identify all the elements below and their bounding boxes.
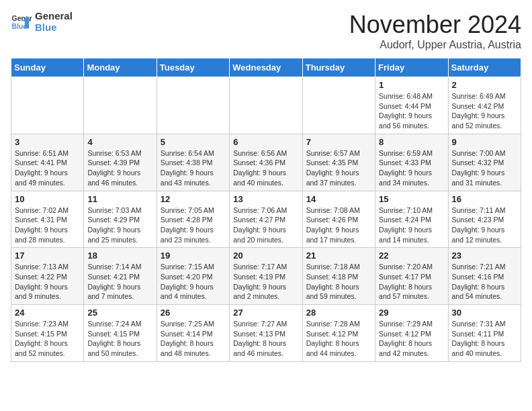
calendar-cell: 1Sunrise: 6:48 AM Sunset: 4:44 PM Daylig… <box>375 77 448 134</box>
day-number: 16 <box>452 194 517 204</box>
calendar-cell: 10Sunrise: 7:02 AM Sunset: 4:31 PM Dayli… <box>11 191 84 248</box>
calendar-cell: 7Sunrise: 6:57 AM Sunset: 4:35 PM Daylig… <box>302 134 375 191</box>
day-info: Sunrise: 7:03 AM Sunset: 4:29 PM Dayligh… <box>87 205 152 245</box>
header-sunday: Sunday <box>11 58 84 77</box>
day-info: Sunrise: 7:18 AM Sunset: 4:18 PM Dayligh… <box>306 262 371 302</box>
day-number: 29 <box>379 308 444 318</box>
day-info: Sunrise: 7:25 AM Sunset: 4:14 PM Dayligh… <box>161 319 226 359</box>
day-info: Sunrise: 6:57 AM Sunset: 4:35 PM Dayligh… <box>306 148 371 188</box>
day-info: Sunrise: 7:24 AM Sunset: 4:15 PM Dayligh… <box>87 319 152 359</box>
calendar-cell: 26Sunrise: 7:25 AM Sunset: 4:14 PM Dayli… <box>157 305 229 362</box>
calendar-cell: 24Sunrise: 7:23 AM Sunset: 4:15 PM Dayli… <box>11 305 84 362</box>
calendar-cell: 18Sunrise: 7:14 AM Sunset: 4:21 PM Dayli… <box>84 248 157 305</box>
calendar-cell <box>84 77 157 134</box>
calendar-header-row: SundayMondayTuesdayWednesdayThursdayFrid… <box>11 58 521 77</box>
title-area: November 2024 Audorf, Upper Austria, Aus… <box>349 11 521 51</box>
day-info: Sunrise: 7:14 AM Sunset: 4:21 PM Dayligh… <box>87 262 152 302</box>
header-monday: Monday <box>84 58 157 77</box>
day-info: Sunrise: 6:48 AM Sunset: 4:44 PM Dayligh… <box>379 91 444 131</box>
calendar-cell: 30Sunrise: 7:31 AM Sunset: 4:11 PM Dayli… <box>448 305 521 362</box>
calendar-cell: 22Sunrise: 7:20 AM Sunset: 4:17 PM Dayli… <box>375 248 448 305</box>
logo-line1: General <box>35 11 73 22</box>
day-info: Sunrise: 6:54 AM Sunset: 4:38 PM Dayligh… <box>161 148 226 188</box>
calendar-cell: 12Sunrise: 7:05 AM Sunset: 4:28 PM Dayli… <box>157 191 229 248</box>
calendar-cell: 21Sunrise: 7:18 AM Sunset: 4:18 PM Dayli… <box>302 248 375 305</box>
day-number: 19 <box>161 250 226 261</box>
calendar-cell <box>11 77 84 134</box>
logo-icon: General Blue <box>11 11 32 33</box>
day-info: Sunrise: 6:59 AM Sunset: 4:33 PM Dayligh… <box>379 148 444 188</box>
day-info: Sunrise: 6:53 AM Sunset: 4:39 PM Dayligh… <box>87 148 152 188</box>
calendar-cell: 5Sunrise: 6:54 AM Sunset: 4:38 PM Daylig… <box>157 134 229 191</box>
day-info: Sunrise: 7:28 AM Sunset: 4:12 PM Dayligh… <box>306 319 371 359</box>
calendar-cell: 8Sunrise: 6:59 AM Sunset: 4:33 PM Daylig… <box>375 134 448 191</box>
day-number: 5 <box>161 137 226 147</box>
day-number: 25 <box>87 308 152 318</box>
calendar-cell: 9Sunrise: 7:00 AM Sunset: 4:32 PM Daylig… <box>448 134 521 191</box>
day-number: 4 <box>87 137 152 147</box>
day-info: Sunrise: 7:15 AM Sunset: 4:20 PM Dayligh… <box>161 262 226 302</box>
day-number: 10 <box>15 194 80 204</box>
calendar-cell: 11Sunrise: 7:03 AM Sunset: 4:29 PM Dayli… <box>84 191 157 248</box>
day-number: 21 <box>306 250 371 261</box>
day-number: 24 <box>15 308 80 318</box>
day-number: 28 <box>306 308 371 318</box>
day-number: 27 <box>233 308 298 318</box>
day-info: Sunrise: 7:13 AM Sunset: 4:22 PM Dayligh… <box>15 262 80 302</box>
calendar-cell: 6Sunrise: 6:56 AM Sunset: 4:36 PM Daylig… <box>230 134 302 191</box>
header-thursday: Thursday <box>302 58 375 77</box>
calendar-cell <box>302 77 375 134</box>
day-info: Sunrise: 7:20 AM Sunset: 4:17 PM Dayligh… <box>379 262 444 302</box>
month-title: November 2024 <box>349 11 521 39</box>
day-number: 13 <box>233 194 298 204</box>
day-info: Sunrise: 7:23 AM Sunset: 4:15 PM Dayligh… <box>15 319 80 359</box>
calendar-cell: 2Sunrise: 6:49 AM Sunset: 4:42 PM Daylig… <box>448 77 521 134</box>
day-number: 3 <box>15 137 80 147</box>
day-info: Sunrise: 7:27 AM Sunset: 4:13 PM Dayligh… <box>233 319 298 359</box>
day-info: Sunrise: 7:31 AM Sunset: 4:11 PM Dayligh… <box>452 319 517 359</box>
calendar-week-2: 3Sunrise: 6:51 AM Sunset: 4:41 PM Daylig… <box>11 134 521 191</box>
header-saturday: Saturday <box>448 58 521 77</box>
day-info: Sunrise: 7:29 AM Sunset: 4:12 PM Dayligh… <box>379 319 444 359</box>
calendar-cell <box>157 77 229 134</box>
calendar-cell: 14Sunrise: 7:08 AM Sunset: 4:26 PM Dayli… <box>302 191 375 248</box>
calendar-week-3: 10Sunrise: 7:02 AM Sunset: 4:31 PM Dayli… <box>11 191 521 248</box>
day-number: 7 <box>306 137 371 147</box>
day-number: 12 <box>161 194 226 204</box>
day-info: Sunrise: 7:10 AM Sunset: 4:24 PM Dayligh… <box>379 205 444 245</box>
day-number: 18 <box>87 250 152 261</box>
day-info: Sunrise: 7:02 AM Sunset: 4:31 PM Dayligh… <box>15 205 80 245</box>
day-info: Sunrise: 7:21 AM Sunset: 4:16 PM Dayligh… <box>452 262 517 302</box>
header-tuesday: Tuesday <box>157 58 229 77</box>
logo: General Blue General Blue <box>11 11 73 33</box>
calendar-cell: 19Sunrise: 7:15 AM Sunset: 4:20 PM Dayli… <box>157 248 229 305</box>
day-info: Sunrise: 6:49 AM Sunset: 4:42 PM Dayligh… <box>452 91 517 131</box>
day-info: Sunrise: 6:56 AM Sunset: 4:36 PM Dayligh… <box>233 148 298 188</box>
header-friday: Friday <box>375 58 448 77</box>
day-number: 1 <box>379 80 444 90</box>
calendar-cell: 15Sunrise: 7:10 AM Sunset: 4:24 PM Dayli… <box>375 191 448 248</box>
day-info: Sunrise: 7:11 AM Sunset: 4:23 PM Dayligh… <box>452 205 517 245</box>
day-number: 17 <box>15 250 80 261</box>
calendar-cell: 20Sunrise: 7:17 AM Sunset: 4:19 PM Dayli… <box>230 248 302 305</box>
day-number: 15 <box>379 194 444 204</box>
day-info: Sunrise: 7:17 AM Sunset: 4:19 PM Dayligh… <box>233 262 298 302</box>
logo-line2: Blue <box>35 22 73 34</box>
day-info: Sunrise: 7:05 AM Sunset: 4:28 PM Dayligh… <box>161 205 226 245</box>
day-number: 26 <box>161 308 226 318</box>
calendar-week-5: 24Sunrise: 7:23 AM Sunset: 4:15 PM Dayli… <box>11 305 521 362</box>
day-number: 22 <box>379 250 444 261</box>
day-number: 11 <box>87 194 152 204</box>
calendar-cell: 16Sunrise: 7:11 AM Sunset: 4:23 PM Dayli… <box>448 191 521 248</box>
calendar-week-4: 17Sunrise: 7:13 AM Sunset: 4:22 PM Dayli… <box>11 248 521 305</box>
calendar-cell: 4Sunrise: 6:53 AM Sunset: 4:39 PM Daylig… <box>84 134 157 191</box>
calendar-cell: 28Sunrise: 7:28 AM Sunset: 4:12 PM Dayli… <box>302 305 375 362</box>
calendar-week-1: 1Sunrise: 6:48 AM Sunset: 4:44 PM Daylig… <box>11 77 521 134</box>
header: General Blue General Blue November 2024 … <box>11 11 521 51</box>
header-wednesday: Wednesday <box>230 58 302 77</box>
day-info: Sunrise: 7:06 AM Sunset: 4:27 PM Dayligh… <box>233 205 298 245</box>
calendar-cell: 13Sunrise: 7:06 AM Sunset: 4:27 PM Dayli… <box>230 191 302 248</box>
calendar-cell <box>230 77 302 134</box>
calendar-cell: 29Sunrise: 7:29 AM Sunset: 4:12 PM Dayli… <box>375 305 448 362</box>
calendar-cell: 25Sunrise: 7:24 AM Sunset: 4:15 PM Dayli… <box>84 305 157 362</box>
